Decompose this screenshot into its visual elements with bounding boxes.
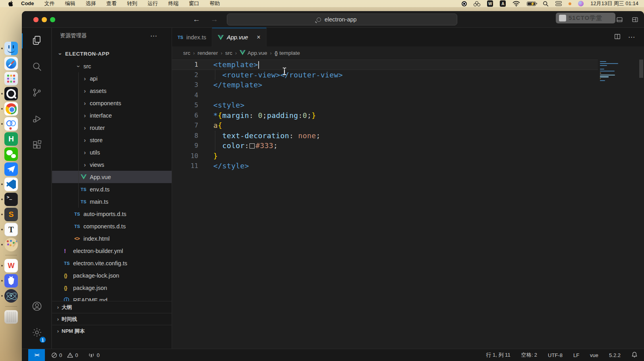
editor-more-actions-icon[interactable]: ⋯ xyxy=(628,33,635,41)
tree-item-app-vue[interactable]: App.vue xyxy=(52,171,172,183)
status-indentation[interactable]: 空格: 2 xyxy=(521,351,537,359)
wps-menu-icon[interactable]: W xyxy=(487,0,493,7)
activitybar-run-debug[interactable] xyxy=(22,106,52,133)
sidebar-section-NPM 脚本[interactable]: ›NPM 脚本 xyxy=(52,325,172,337)
dock-item-finder[interactable] xyxy=(4,42,18,55)
sidebar-section-大纲[interactable]: ›大纲 xyxy=(52,301,172,313)
tree-item-components-d-ts[interactable]: TScomponents.d.ts xyxy=(52,220,172,232)
menubar-item-code[interactable]: Code xyxy=(16,0,39,6)
dock-item-voov[interactable] xyxy=(4,117,18,131)
sidebar-section-时间线[interactable]: ›时间线 xyxy=(52,313,172,325)
record-indicator-icon[interactable] xyxy=(462,0,467,7)
overlapping-circles-icon[interactable] xyxy=(474,0,480,7)
activitybar-settings[interactable]: 1 xyxy=(22,320,52,346)
dock-item-sublime[interactable] xyxy=(4,208,18,221)
status-extension-version[interactable]: 5.2.2 xyxy=(609,352,621,358)
assistant-a-icon[interactable]: A xyxy=(500,0,506,7)
dock-item-vscode[interactable] xyxy=(4,178,18,191)
dock-item-electron[interactable] xyxy=(4,289,18,303)
breadcrumb-item-src[interactable]: src xyxy=(225,50,232,56)
tree-item-index-html[interactable]: <>index.html xyxy=(52,232,172,245)
notifications-bell-icon[interactable] xyxy=(631,351,638,359)
nav-back-button[interactable]: ← xyxy=(193,15,200,24)
titlebar[interactable]: ← → 51CTO学堂 xyxy=(22,11,644,28)
menubar-clock[interactable]: 12月13日 周三 01:14 xyxy=(590,0,638,7)
ports-indicator[interactable]: 0 xyxy=(88,352,99,358)
tree-item-main-ts[interactable]: TSmain.ts xyxy=(52,195,172,208)
toggle-panel-icon[interactable] xyxy=(616,16,623,23)
dock-item-quicktime[interactable] xyxy=(4,87,18,100)
search-input[interactable] xyxy=(324,16,367,23)
minimap[interactable] xyxy=(598,60,634,349)
dock-item-trash[interactable] xyxy=(4,310,18,324)
dock-item-chrome[interactable] xyxy=(4,102,18,116)
menubar-item-6[interactable]: 运行 xyxy=(143,0,163,6)
tree-item-router[interactable]: ›router xyxy=(52,122,172,134)
menubar-item-4[interactable]: 查看 xyxy=(101,0,122,6)
problems-indicator[interactable]: 0 0 xyxy=(51,352,78,358)
dock-item-hbuilder[interactable] xyxy=(4,132,18,146)
dock-item-paint[interactable] xyxy=(4,238,18,251)
tree-item-interface[interactable]: ›interface xyxy=(52,109,172,122)
wifi-icon[interactable] xyxy=(512,0,520,7)
minimize-window-button[interactable] xyxy=(42,17,47,22)
apple-menu-icon[interactable] xyxy=(6,1,16,6)
close-window-button[interactable] xyxy=(33,17,39,22)
dock-item-typora[interactable] xyxy=(4,223,18,236)
activitybar-explorer[interactable] xyxy=(22,28,52,54)
tree-item-utils[interactable]: ›utils xyxy=(52,146,172,158)
dock-item-deer[interactable] xyxy=(4,274,18,288)
dock-item-launchpad[interactable] xyxy=(4,72,18,85)
spotlight-search-icon[interactable] xyxy=(543,0,549,7)
battery-charging-icon[interactable]: ⚡ xyxy=(527,0,536,7)
command-center-search[interactable] xyxy=(227,14,457,25)
dock-item-safari[interactable] xyxy=(4,57,18,70)
tab-app-vue[interactable]: App.vue× xyxy=(212,28,267,46)
close-icon[interactable]: × xyxy=(257,34,260,41)
menubar-item-8[interactable]: 窗口 xyxy=(184,0,205,6)
tab-index-ts[interactable]: TSindex.ts xyxy=(172,28,212,46)
tree-root-electron-app[interactable]: ›ELECTRON-APP xyxy=(52,48,172,60)
activitybar-account[interactable] xyxy=(22,294,52,320)
menubar-item-9[interactable]: 帮助 xyxy=(205,0,225,6)
dock-item-wps[interactable] xyxy=(4,259,18,272)
tree-item-electron-vite-config-ts[interactable]: TSelectron.vite.config.ts xyxy=(52,257,172,269)
tree-item-components[interactable]: ›components xyxy=(52,97,172,109)
tree-item-package-json[interactable]: {}package.json xyxy=(52,282,172,294)
control-center-icon[interactable] xyxy=(555,0,562,7)
menubar-item-5[interactable]: 转到 xyxy=(122,0,143,6)
code-editor[interactable]: 1<template>2 <router-view></router-view>… xyxy=(172,60,644,349)
dock-item-terminal[interactable] xyxy=(4,193,18,206)
breadcrumb-item-renderer[interactable]: renderer xyxy=(197,50,218,56)
siri-icon[interactable] xyxy=(578,0,584,7)
menubar-item-3[interactable]: 选择 xyxy=(81,0,101,6)
menubar-item-1[interactable]: 文件 xyxy=(39,0,60,6)
tree-item-env-d-ts[interactable]: TSenv.d.ts xyxy=(52,183,172,195)
tree-item-electron-builder-yml[interactable]: !electron-builder.yml xyxy=(52,245,172,257)
status-eol[interactable]: LF xyxy=(573,352,579,358)
tree-item-views[interactable]: ›views xyxy=(52,158,172,171)
split-editor-icon[interactable] xyxy=(614,33,621,42)
tree-item-package-lock-json[interactable]: {}package-lock.json xyxy=(52,269,172,282)
nav-forward-button[interactable]: → xyxy=(211,15,218,24)
activitybar-search[interactable] xyxy=(22,54,52,80)
status-encoding[interactable]: UTF-8 xyxy=(548,352,563,358)
zoom-window-button[interactable] xyxy=(50,17,55,22)
tree-item-auto-imports-d-ts[interactable]: TSauto-imports.d.ts xyxy=(52,208,172,220)
dock-item-dingtalk[interactable] xyxy=(4,162,18,176)
tree-item-assets[interactable]: ›assets xyxy=(52,85,172,97)
activitybar-extensions[interactable] xyxy=(22,133,52,159)
editor-scrollbar[interactable] xyxy=(638,60,644,349)
customize-layout-icon[interactable] xyxy=(632,16,638,23)
breadcrumb-item-src[interactable]: src xyxy=(183,50,190,56)
tree-item-store[interactable]: ›store xyxy=(52,134,172,146)
breadcrumb-item-app-vue[interactable]: App.vue xyxy=(240,50,267,56)
dock-item-wechat[interactable] xyxy=(4,147,18,161)
breadcrumb-item-template[interactable]: {}template xyxy=(275,50,300,56)
menubar-item-2[interactable]: 编辑 xyxy=(60,0,81,6)
tree-item-src[interactable]: ›src xyxy=(52,60,172,72)
explorer-more-actions-icon[interactable]: ⋯ xyxy=(150,32,157,40)
remote-indicator[interactable]: >< xyxy=(28,349,45,361)
menubar-item-7[interactable]: 终端 xyxy=(163,0,184,6)
tree-item-api[interactable]: ›api xyxy=(52,72,172,85)
